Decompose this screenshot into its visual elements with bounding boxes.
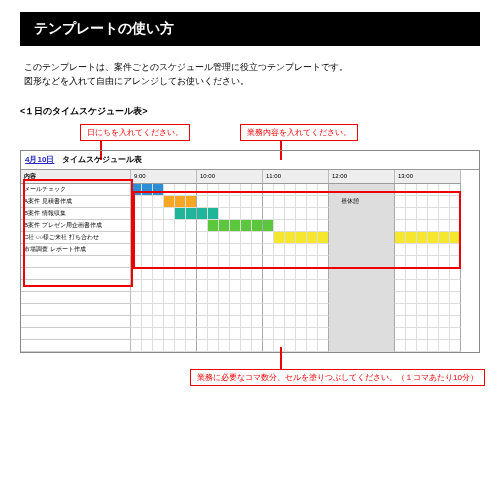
grid-cell xyxy=(153,220,164,232)
grid-cell xyxy=(351,220,362,232)
grid-cell xyxy=(219,184,230,196)
grid-cell xyxy=(131,220,142,232)
grid-cell xyxy=(362,184,373,196)
grid-cell xyxy=(175,316,186,328)
grid-cell xyxy=(252,316,263,328)
grid-cell xyxy=(208,208,219,220)
grid-cell xyxy=(241,268,252,280)
grid-cell xyxy=(230,244,241,256)
grid-cell xyxy=(263,244,274,256)
grid-cell xyxy=(307,196,318,208)
grid-cell xyxy=(164,304,175,316)
grid-cell xyxy=(373,268,384,280)
grid-cell xyxy=(164,328,175,340)
task-row-label xyxy=(21,256,131,268)
grid-cell xyxy=(285,304,296,316)
grid-cell xyxy=(395,268,406,280)
grid-cell xyxy=(373,184,384,196)
task-row-label: C社 ○○様ご来社 打ち合わせ xyxy=(21,232,131,244)
grid-cell xyxy=(186,340,197,352)
grid-cell xyxy=(285,256,296,268)
grid-cell xyxy=(197,256,208,268)
grid-cell xyxy=(164,268,175,280)
grid-cell xyxy=(285,244,296,256)
grid-cell xyxy=(439,256,450,268)
grid-cell xyxy=(307,184,318,196)
grid-cell xyxy=(439,208,450,220)
grid-cell xyxy=(274,304,285,316)
grid-cell xyxy=(219,292,230,304)
grid-cell xyxy=(340,208,351,220)
grid-cell xyxy=(131,304,142,316)
grid-cell xyxy=(197,220,208,232)
grid-cell xyxy=(263,196,274,208)
grid-cell xyxy=(230,184,241,196)
grid-cell xyxy=(219,340,230,352)
grid-cell xyxy=(318,208,329,220)
task-row-label: 市場調査 レポート作成 xyxy=(21,244,131,256)
task-row-label: A案件 見積書作成 xyxy=(21,196,131,208)
grid-cell xyxy=(417,304,428,316)
grid-cell xyxy=(428,340,439,352)
grid-cell xyxy=(208,196,219,208)
grid-cell xyxy=(274,268,285,280)
grid-cell xyxy=(164,208,175,220)
grid-cell xyxy=(285,232,296,244)
grid-cell xyxy=(318,244,329,256)
grid-cell xyxy=(329,292,340,304)
grid-cell xyxy=(153,316,164,328)
grid-cell xyxy=(142,208,153,220)
grid-cell xyxy=(362,220,373,232)
grid-cell xyxy=(428,256,439,268)
grid-cell xyxy=(142,340,153,352)
grid-cell xyxy=(197,304,208,316)
intro-line1: このテンプレートは、案件ごとのスケジュール管理に役立つテンプレートです。 xyxy=(24,60,476,74)
grid-cell xyxy=(142,244,153,256)
grid-cell xyxy=(164,184,175,196)
grid-cell xyxy=(186,220,197,232)
grid-cell xyxy=(318,196,329,208)
grid-cell xyxy=(263,280,274,292)
grid-cell xyxy=(362,244,373,256)
grid-cell xyxy=(263,256,274,268)
grid-cell xyxy=(175,340,186,352)
grid-cell xyxy=(274,184,285,196)
grid-cell xyxy=(252,340,263,352)
grid-cell xyxy=(417,292,428,304)
grid-cell xyxy=(142,280,153,292)
task-row-label xyxy=(21,292,131,304)
grid-cell xyxy=(285,328,296,340)
grid-cell xyxy=(307,208,318,220)
grid-cell xyxy=(230,280,241,292)
grid-cell xyxy=(230,316,241,328)
grid-cell xyxy=(450,196,461,208)
grid-cell xyxy=(395,280,406,292)
grid-cell xyxy=(373,208,384,220)
grid-cell xyxy=(186,196,197,208)
grid-cell xyxy=(428,232,439,244)
grid-cell xyxy=(362,292,373,304)
grid-cell xyxy=(252,280,263,292)
task-row-label xyxy=(21,280,131,292)
grid-cell xyxy=(285,340,296,352)
grid-cell xyxy=(230,208,241,220)
grid-cell xyxy=(142,256,153,268)
grid-cell xyxy=(362,232,373,244)
grid-cell xyxy=(197,328,208,340)
grid-cell xyxy=(450,328,461,340)
grid-cell xyxy=(219,244,230,256)
col-header-time: 10:00 xyxy=(197,170,263,184)
schedule-sheet: 4月10日 タイムスケジュール表 内容9:0010:0011:0012:0013… xyxy=(20,150,480,353)
grid-cell xyxy=(175,184,186,196)
grid-cell xyxy=(263,340,274,352)
grid-cell xyxy=(230,328,241,340)
grid-cell xyxy=(351,328,362,340)
grid-cell xyxy=(439,244,450,256)
grid-cell xyxy=(142,268,153,280)
grid-cell xyxy=(384,220,395,232)
grid-cell xyxy=(142,220,153,232)
callout-row-bottom: 業務に必要なコマ数分、セルを塗りつぶしてください。（１コマあたり10分） xyxy=(20,359,480,395)
grid-cell xyxy=(362,268,373,280)
grid-cell xyxy=(395,304,406,316)
grid-cell xyxy=(197,208,208,220)
